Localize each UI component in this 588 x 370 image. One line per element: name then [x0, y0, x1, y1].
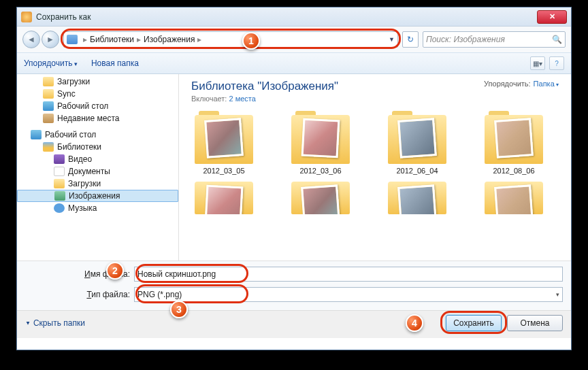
- folder-item[interactable]: [385, 182, 450, 217]
- new-folder-button[interactable]: Новая папка: [91, 58, 139, 68]
- back-button[interactable]: ◄: [22, 31, 40, 48]
- sidebar-lib-documents[interactable]: Документы: [17, 165, 178, 178]
- folder-item[interactable]: 2012_03_05: [191, 115, 257, 175]
- folder-item[interactable]: 2012_06_04: [385, 115, 450, 175]
- sidebar-lib-downloads[interactable]: Загрузки: [17, 178, 178, 190]
- toolbar: Упорядочить Новая папка ▦▾ ?: [17, 52, 571, 74]
- folder-item[interactable]: 2012_08_06: [481, 115, 546, 175]
- sidebar-item-sync[interactable]: Sync: [17, 88, 178, 100]
- sidebar-lib-video[interactable]: Видео: [17, 153, 178, 165]
- window-title: Сохранить как: [36, 12, 537, 22]
- folder-item[interactable]: 2012_03_06: [288, 115, 353, 175]
- sidebar-item-downloads[interactable]: Загрузки: [17, 75, 178, 88]
- search-icon: 🔍: [552, 35, 562, 44]
- breadcrumb-root[interactable]: Библиотеки: [90, 35, 134, 44]
- callout-2: 2: [106, 262, 124, 280]
- refresh-button[interactable]: ↻: [402, 31, 419, 48]
- view-button[interactable]: ▦▾: [530, 56, 545, 70]
- callout-3: 3: [170, 301, 188, 318]
- sidebar: Загрузки Sync Рабочий стол Недавние мест…: [17, 74, 179, 260]
- folder-item[interactable]: [191, 182, 257, 217]
- cancel-button[interactable]: Отмена: [507, 315, 563, 331]
- library-includes: Включает: 2 места: [191, 95, 338, 103]
- sidebar-lib-music[interactable]: Музыка: [17, 202, 178, 214]
- search-placeholder: Поиск: Изображения: [426, 35, 505, 44]
- folder-item[interactable]: [481, 182, 546, 217]
- search-input[interactable]: Поиск: Изображения 🔍: [423, 31, 566, 48]
- save-as-dialog: Сохранить как ✕ ◄ ► ▸ Библиотеки ▸ Изобр…: [16, 7, 572, 350]
- includes-link[interactable]: 2 места: [229, 95, 255, 103]
- close-button[interactable]: ✕: [537, 10, 567, 24]
- library-title: Библиотека "Изображения": [191, 80, 338, 93]
- titlebar[interactable]: Сохранить как ✕: [17, 7, 571, 27]
- breadcrumb[interactable]: ▸ Библиотеки ▸ Изображения ▸ ▼: [63, 31, 398, 48]
- filename-input[interactable]: Новый скриншот.png: [134, 267, 563, 282]
- sort-dropdown[interactable]: Папка: [534, 80, 559, 88]
- nav-row: ◄ ► ▸ Библиотеки ▸ Изображения ▸ ▼ ↻ Пои…: [17, 27, 571, 52]
- hide-folders-link[interactable]: Скрыть папки: [25, 318, 85, 328]
- sidebar-lib-images[interactable]: Изображения: [17, 190, 178, 202]
- callout-1: 1: [242, 32, 260, 50]
- forward-button[interactable]: ►: [42, 31, 59, 48]
- sidebar-item-desktop[interactable]: Рабочий стол: [17, 100, 178, 112]
- breadcrumb-current[interactable]: Изображения: [144, 35, 195, 44]
- save-button[interactable]: Сохранить: [446, 315, 502, 331]
- callout-4: 4: [406, 314, 423, 332]
- app-icon: [21, 12, 32, 22]
- sort-label: Упорядочить:: [484, 80, 531, 88]
- sidebar-libraries[interactable]: Библиотеки: [17, 141, 178, 153]
- filetype-label: Тип файла:: [25, 290, 134, 299]
- library-icon: [67, 35, 78, 44]
- content-pane: Библиотека "Изображения" Включает: 2 мес…: [179, 74, 571, 260]
- sidebar-desktop-root[interactable]: Рабочий стол: [17, 129, 178, 141]
- folder-item[interactable]: [288, 182, 353, 217]
- filetype-select[interactable]: PNG (*.png): [134, 287, 563, 302]
- organize-menu[interactable]: Упорядочить: [24, 58, 78, 68]
- sidebar-item-recent[interactable]: Недавние места: [17, 112, 178, 124]
- help-button[interactable]: ?: [549, 56, 564, 70]
